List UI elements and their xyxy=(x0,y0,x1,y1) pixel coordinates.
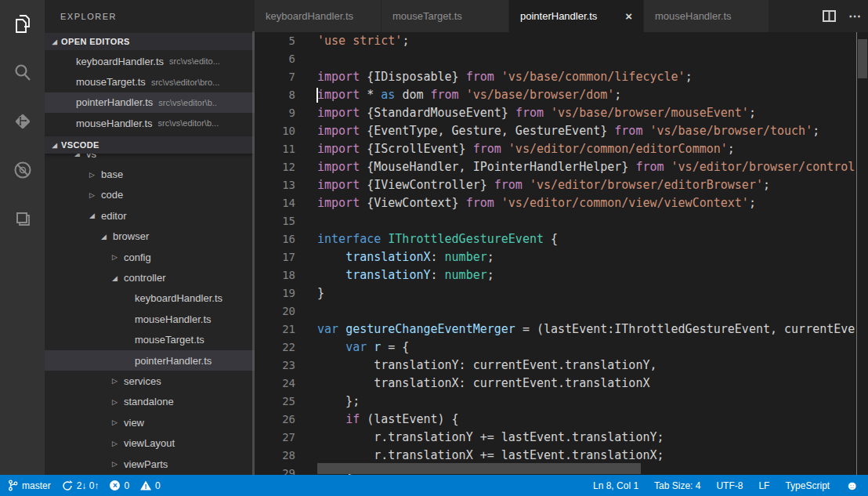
token: from xyxy=(473,142,501,156)
line-number[interactable]: 12 xyxy=(255,158,295,176)
line-number[interactable]: 6 xyxy=(255,50,295,68)
tree-item-label: controller xyxy=(124,272,165,284)
encoding[interactable]: UTF-8 xyxy=(716,480,743,491)
line-number[interactable]: 5 xyxy=(255,32,295,50)
line-number[interactable]: 29 xyxy=(255,465,295,475)
close-tab-icon[interactable]: × xyxy=(625,9,632,23)
warning-count: 0 xyxy=(155,480,161,491)
git-branch-status[interactable]: master xyxy=(8,480,51,491)
tab-mouseHandler.ts[interactable]: mouseHandler.ts xyxy=(644,0,769,32)
tree-item-viewLayout[interactable]: ▷viewLayout xyxy=(45,433,255,453)
line-number[interactable]: 16 xyxy=(255,230,295,248)
tree-item-standalone[interactable]: ▷standalone xyxy=(45,392,255,412)
search-icon[interactable] xyxy=(0,49,45,97)
open-editor-item[interactable]: mouseHandler.tssrc\vs\editor\b... xyxy=(45,113,255,133)
open-editor-item[interactable]: keyboardHandler.tssrc\vs\edito... xyxy=(45,51,255,71)
line-number[interactable]: 22 xyxy=(255,339,295,357)
sync-status[interactable]: 2↓ 0↑ xyxy=(62,480,99,491)
language-mode[interactable]: TypeScript xyxy=(785,480,830,491)
tree-item-code[interactable]: ▷code xyxy=(45,185,255,205)
token: {IDisposable} xyxy=(360,70,465,84)
line-number[interactable]: 23 xyxy=(255,357,295,375)
line-number[interactable]: 14 xyxy=(255,194,295,212)
line-number[interactable]: 21 xyxy=(255,320,295,339)
line-number[interactable]: 7 xyxy=(255,68,295,86)
line-number[interactable]: 15 xyxy=(255,212,295,230)
tab-keyboardHandler.ts[interactable]: keyboardHandler.ts xyxy=(255,0,382,32)
code-editor[interactable]: 5'use strict';67import {IDisposable} fro… xyxy=(255,32,868,475)
warning-status[interactable]: ! 0 xyxy=(140,480,161,491)
extensions-icon[interactable] xyxy=(0,194,45,243)
code-line: 27 r.translationY += lastEvent.translati… xyxy=(255,429,868,447)
error-status[interactable]: × 0 xyxy=(110,480,129,491)
line-number[interactable]: 28 xyxy=(255,447,295,465)
line-number[interactable]: 20 xyxy=(255,302,295,320)
tab-pointerHandler.ts[interactable]: pointerHandler.ts× xyxy=(509,0,644,32)
tab-label: pointerHandler.ts xyxy=(520,10,597,22)
line-number[interactable]: 11 xyxy=(255,140,295,158)
explorer-files-icon[interactable] xyxy=(0,0,45,49)
tree-item-browser[interactable]: ◢browser xyxy=(45,226,255,247)
activity-bar xyxy=(0,0,45,475)
tree-item-services[interactable]: ▷services xyxy=(45,371,255,391)
token: ; xyxy=(402,34,409,48)
token: if xyxy=(345,412,360,426)
tree-item-view[interactable]: ▷view xyxy=(45,412,255,433)
tab-mouseTarget.ts[interactable]: mouseTarget.ts xyxy=(382,0,509,32)
line-number[interactable]: 8 xyxy=(255,86,295,104)
horizontal-scrollbar[interactable] xyxy=(317,463,641,474)
tree-item-base[interactable]: ▷base xyxy=(45,164,255,184)
token xyxy=(317,268,345,282)
line-number[interactable]: 25 xyxy=(255,393,295,411)
code-text: if (lastEvent) { xyxy=(317,411,868,429)
vertical-scrollbar[interactable] xyxy=(858,39,867,78)
cursor-position[interactable]: Ln 8, Col 1 xyxy=(593,480,638,491)
line-number[interactable]: 19 xyxy=(255,284,295,302)
line-number[interactable]: 10 xyxy=(255,122,295,140)
tree-item-mouseTarget.ts[interactable]: mouseTarget.ts xyxy=(45,330,255,350)
code-text: import {StandardMouseEvent} from 'vs/bas… xyxy=(317,104,868,122)
token: as xyxy=(381,88,395,102)
tree-item-controller[interactable]: ◢controller xyxy=(45,267,255,288)
tree-item-viewParts[interactable]: ▷viewParts xyxy=(45,454,255,474)
token: ; xyxy=(487,268,494,282)
token: = { xyxy=(381,340,409,354)
tab-list: keyboardHandler.tsmouseTarget.tspointerH… xyxy=(255,0,769,32)
line-number[interactable]: 13 xyxy=(255,176,295,194)
tree-item-label: view xyxy=(124,417,144,429)
tree-item-keyboardHandler.ts[interactable]: keyboardHandler.ts xyxy=(45,288,255,309)
code-line: 28 r.translationX += lastEvent.translati… xyxy=(255,447,868,465)
debug-icon[interactable] xyxy=(0,146,45,194)
code-line: 9import {StandardMouseEvent} from 'vs/ba… xyxy=(255,104,868,122)
line-number[interactable]: 17 xyxy=(255,248,295,266)
chevron-expanded-icon: ◢ xyxy=(49,142,61,149)
feedback-smiley-icon[interactable]: ☻ xyxy=(845,480,859,492)
tree-item-mouseHandler.ts[interactable]: mouseHandler.ts xyxy=(45,309,255,329)
open-editors-section-header[interactable]: ◢ OPEN EDITORS xyxy=(45,33,255,50)
tab-size[interactable]: Tab Size: 4 xyxy=(654,480,700,491)
eol-sequence[interactable]: LF xyxy=(758,480,769,491)
token xyxy=(664,160,671,174)
sidebar-scrollbar[interactable] xyxy=(252,31,255,475)
vscode-section-header[interactable]: ◢ VSCODE xyxy=(45,136,255,154)
line-number[interactable]: 26 xyxy=(255,411,295,429)
line-number[interactable]: 27 xyxy=(255,429,295,447)
tree-item-config[interactable]: ▷config xyxy=(45,247,255,267)
more-actions-icon[interactable]: ⋯ xyxy=(848,9,862,24)
token: import xyxy=(317,124,360,138)
open-editor-item[interactable]: mouseTarget.tssrc\vs\editor\bro... xyxy=(45,71,255,92)
token: 'vs/base/browser/mouseEvent' xyxy=(551,106,749,120)
tree-item-editor[interactable]: ◢editor xyxy=(45,205,255,226)
chevron-expanded-icon: ◢ xyxy=(101,233,113,241)
open-editor-item[interactable]: pointerHandler.tssrc\vs\editor\b.. xyxy=(45,92,255,113)
token: } xyxy=(317,286,324,300)
source-control-git-icon[interactable] xyxy=(0,97,45,146)
tree-item-label: services xyxy=(124,375,161,387)
tree-item-pointerHandler.ts[interactable]: pointerHandler.ts xyxy=(45,350,255,371)
line-number[interactable]: 24 xyxy=(255,375,295,393)
chevron-collapsed-icon: ▷ xyxy=(112,418,124,426)
split-editor-icon[interactable] xyxy=(823,10,836,22)
line-number[interactable]: 18 xyxy=(255,266,295,284)
code-line: 24 translationX: currentEvent.translatio… xyxy=(255,375,868,393)
line-number[interactable]: 9 xyxy=(255,104,295,122)
